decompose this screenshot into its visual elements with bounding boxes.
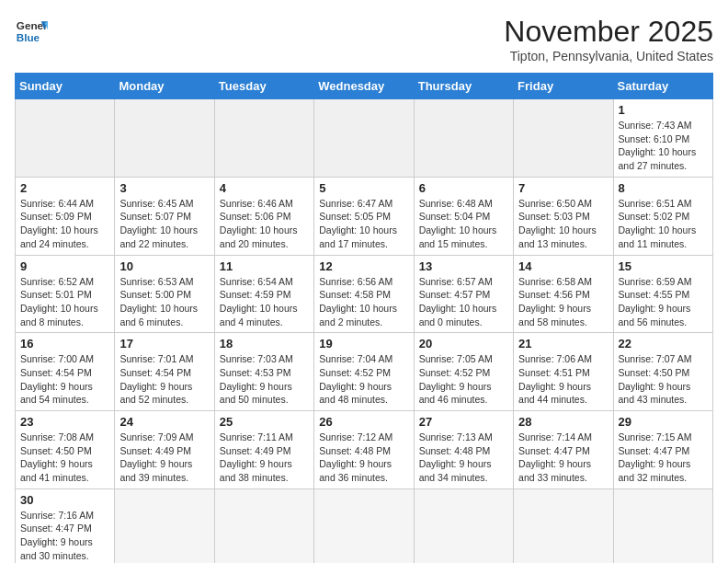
col-sunday: Sunday — [16, 74, 115, 99]
calendar-day-cell — [514, 488, 613, 563]
calendar-day-cell: 18Sunrise: 7:03 AM Sunset: 4:53 PM Dayli… — [214, 333, 313, 411]
calendar-week-row: 9Sunrise: 6:52 AM Sunset: 5:01 PM Daylig… — [16, 255, 713, 333]
col-wednesday: Wednesday — [314, 74, 414, 99]
day-info: Sunrise: 7:03 AM Sunset: 4:53 PM Dayligh… — [220, 352, 309, 407]
calendar-day-cell: 28Sunrise: 7:14 AM Sunset: 4:47 PM Dayli… — [514, 411, 613, 489]
logo: General Blue — [15, 15, 48, 48]
page: General Blue November 2025 Tipton, Penns… — [0, 0, 728, 563]
calendar-week-row: 2Sunrise: 6:44 AM Sunset: 5:09 PM Daylig… — [16, 177, 713, 255]
calendar-day-cell: 15Sunrise: 6:59 AM Sunset: 4:55 PM Dayli… — [613, 255, 712, 333]
calendar-day-cell: 11Sunrise: 6:54 AM Sunset: 4:59 PM Dayli… — [214, 255, 313, 333]
day-info: Sunrise: 7:00 AM Sunset: 4:54 PM Dayligh… — [20, 352, 109, 407]
calendar-day-cell: 23Sunrise: 7:08 AM Sunset: 4:50 PM Dayli… — [16, 411, 115, 489]
day-info: Sunrise: 6:50 AM Sunset: 5:03 PM Dayligh… — [518, 197, 608, 251]
day-info: Sunrise: 6:48 AM Sunset: 5:04 PM Dayligh… — [419, 197, 508, 251]
day-info: Sunrise: 7:43 AM Sunset: 6:10 PM Dayligh… — [619, 119, 708, 173]
day-number: 22 — [619, 337, 708, 350]
month-title: November 2025 — [504, 15, 713, 49]
day-info: Sunrise: 7:14 AM Sunset: 4:47 PM Dayligh… — [518, 431, 608, 485]
day-info: Sunrise: 7:09 AM Sunset: 4:49 PM Dayligh… — [119, 431, 209, 485]
day-number: 29 — [619, 415, 708, 429]
calendar-day-cell — [613, 488, 712, 563]
col-tuesday: Tuesday — [214, 74, 313, 99]
calendar-day-cell — [314, 488, 414, 563]
title-block: November 2025 Tipton, Pennsylvania, Unit… — [504, 15, 713, 63]
calendar-day-cell: 3Sunrise: 6:45 AM Sunset: 5:07 PM Daylig… — [115, 177, 214, 255]
day-info: Sunrise: 7:05 AM Sunset: 4:52 PM Dayligh… — [419, 352, 508, 407]
calendar-day-cell: 10Sunrise: 6:53 AM Sunset: 5:00 PM Dayli… — [115, 255, 214, 333]
calendar-day-cell: 26Sunrise: 7:12 AM Sunset: 4:48 PM Dayli… — [314, 411, 414, 489]
day-info: Sunrise: 6:44 AM Sunset: 5:09 PM Dayligh… — [20, 197, 109, 251]
calendar-day-cell: 5Sunrise: 6:47 AM Sunset: 5:05 PM Daylig… — [314, 177, 414, 255]
day-number: 9 — [20, 259, 109, 273]
day-info: Sunrise: 6:53 AM Sunset: 5:00 PM Dayligh… — [119, 275, 209, 329]
col-monday: Monday — [115, 74, 214, 99]
day-number: 19 — [319, 337, 408, 350]
calendar-day-cell: 9Sunrise: 6:52 AM Sunset: 5:01 PM Daylig… — [16, 255, 115, 333]
day-info: Sunrise: 7:07 AM Sunset: 4:50 PM Dayligh… — [619, 352, 708, 407]
day-info: Sunrise: 7:04 AM Sunset: 4:52 PM Dayligh… — [319, 352, 408, 407]
day-number: 13 — [419, 259, 508, 273]
day-info: Sunrise: 6:54 AM Sunset: 4:59 PM Dayligh… — [220, 275, 309, 329]
day-info: Sunrise: 6:46 AM Sunset: 5:06 PM Dayligh… — [220, 197, 309, 251]
day-number: 15 — [619, 259, 708, 273]
calendar-day-cell: 7Sunrise: 6:50 AM Sunset: 5:03 PM Daylig… — [514, 177, 613, 255]
day-info: Sunrise: 6:59 AM Sunset: 4:55 PM Dayligh… — [619, 275, 708, 329]
day-info: Sunrise: 7:16 AM Sunset: 4:47 PM Dayligh… — [20, 509, 109, 563]
day-info: Sunrise: 7:12 AM Sunset: 4:48 PM Dayligh… — [319, 431, 408, 485]
calendar-day-cell — [314, 99, 414, 178]
day-number: 10 — [119, 259, 209, 273]
day-info: Sunrise: 6:45 AM Sunset: 5:07 PM Dayligh… — [119, 197, 209, 251]
day-number: 28 — [518, 415, 608, 429]
calendar-day-cell — [16, 99, 115, 178]
calendar-day-cell: 1Sunrise: 7:43 AM Sunset: 6:10 PM Daylig… — [613, 99, 712, 178]
day-info: Sunrise: 7:01 AM Sunset: 4:54 PM Dayligh… — [119, 352, 209, 407]
calendar-day-cell: 20Sunrise: 7:05 AM Sunset: 4:52 PM Dayli… — [414, 333, 513, 411]
day-info: Sunrise: 6:51 AM Sunset: 5:02 PM Dayligh… — [619, 197, 708, 251]
calendar-day-cell: 14Sunrise: 6:58 AM Sunset: 4:56 PM Dayli… — [514, 255, 613, 333]
logo-icon: General Blue — [15, 15, 48, 48]
day-number: 6 — [419, 181, 508, 195]
day-info: Sunrise: 6:56 AM Sunset: 4:58 PM Dayligh… — [319, 275, 408, 329]
calendar-day-cell: 22Sunrise: 7:07 AM Sunset: 4:50 PM Dayli… — [613, 333, 712, 411]
day-info: Sunrise: 6:57 AM Sunset: 4:57 PM Dayligh… — [419, 275, 508, 329]
day-number: 30 — [20, 493, 109, 507]
calendar-day-cell: 6Sunrise: 6:48 AM Sunset: 5:04 PM Daylig… — [414, 177, 513, 255]
col-thursday: Thursday — [414, 74, 513, 99]
calendar-day-cell: 21Sunrise: 7:06 AM Sunset: 4:51 PM Dayli… — [514, 333, 613, 411]
calendar-day-cell — [214, 488, 313, 563]
day-info: Sunrise: 7:13 AM Sunset: 4:48 PM Dayligh… — [419, 431, 508, 485]
col-friday: Friday — [514, 74, 613, 99]
day-number: 18 — [220, 337, 309, 350]
day-number: 11 — [220, 259, 309, 273]
day-number: 5 — [319, 181, 408, 195]
calendar-day-cell — [115, 488, 214, 563]
col-saturday: Saturday — [613, 74, 712, 99]
day-info: Sunrise: 7:06 AM Sunset: 4:51 PM Dayligh… — [518, 352, 608, 407]
day-number: 17 — [119, 337, 209, 350]
calendar-week-row: 1Sunrise: 7:43 AM Sunset: 6:10 PM Daylig… — [16, 99, 713, 178]
calendar-day-cell: 25Sunrise: 7:11 AM Sunset: 4:49 PM Dayli… — [214, 411, 313, 489]
calendar-day-cell — [414, 99, 513, 178]
header: General Blue November 2025 Tipton, Penns… — [15, 15, 713, 63]
day-number: 25 — [220, 415, 309, 429]
day-number: 24 — [119, 415, 209, 429]
day-info: Sunrise: 6:58 AM Sunset: 4:56 PM Dayligh… — [518, 275, 608, 329]
day-info: Sunrise: 7:15 AM Sunset: 4:47 PM Dayligh… — [619, 431, 708, 485]
calendar-day-cell: 30Sunrise: 7:16 AM Sunset: 4:47 PM Dayli… — [16, 488, 115, 563]
calendar-day-cell: 27Sunrise: 7:13 AM Sunset: 4:48 PM Dayli… — [414, 411, 513, 489]
calendar-day-cell: 4Sunrise: 6:46 AM Sunset: 5:06 PM Daylig… — [214, 177, 313, 255]
day-info: Sunrise: 7:11 AM Sunset: 4:49 PM Dayligh… — [220, 431, 309, 485]
day-number: 4 — [220, 181, 309, 195]
calendar-day-cell: 12Sunrise: 6:56 AM Sunset: 4:58 PM Dayli… — [314, 255, 414, 333]
day-number: 16 — [20, 337, 109, 350]
location: Tipton, Pennsylvania, United States — [504, 49, 713, 63]
calendar-day-cell: 16Sunrise: 7:00 AM Sunset: 4:54 PM Dayli… — [16, 333, 115, 411]
day-number: 3 — [119, 181, 209, 195]
day-number: 27 — [419, 415, 508, 429]
calendar-day-cell: 8Sunrise: 6:51 AM Sunset: 5:02 PM Daylig… — [613, 177, 712, 255]
calendar-day-cell: 13Sunrise: 6:57 AM Sunset: 4:57 PM Dayli… — [414, 255, 513, 333]
day-info: Sunrise: 6:47 AM Sunset: 5:05 PM Dayligh… — [319, 197, 408, 251]
calendar-day-cell: 24Sunrise: 7:09 AM Sunset: 4:49 PM Dayli… — [115, 411, 214, 489]
day-number: 2 — [20, 181, 109, 195]
